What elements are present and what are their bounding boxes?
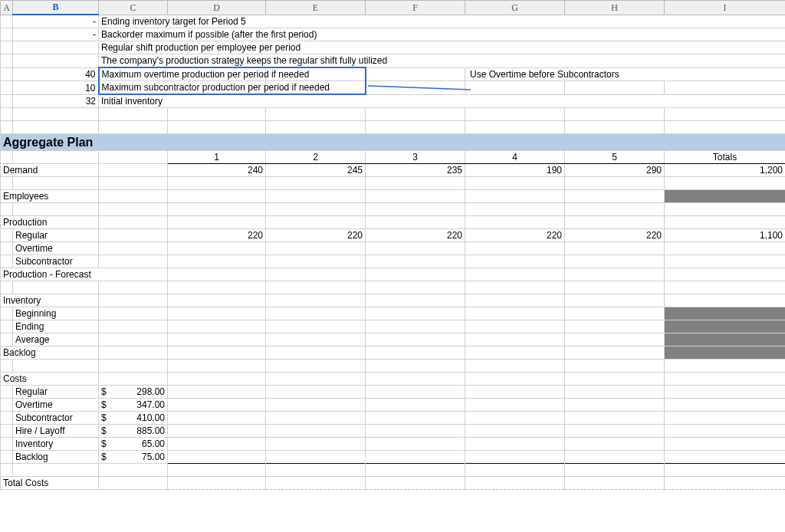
row-assumption-2[interactable]: - Backorder maximum if possible (after t… (1, 28, 786, 41)
row-cost-inventory[interactable]: Inventory $65.00 (1, 438, 786, 451)
cell-C-assumption-1[interactable]: Ending inventory target for Period 5 (99, 15, 786, 28)
label-production-forecast: Production - Forecast (1, 268, 168, 281)
col-header-E[interactable]: E (266, 1, 366, 15)
row-inventory-average[interactable]: Average (1, 333, 786, 346)
col-header-H[interactable]: H (565, 1, 665, 15)
row-cost-backlog[interactable]: Backlog $75.00 (1, 451, 786, 464)
cost-sub-value[interactable]: $410.00 (99, 412, 168, 425)
row-backlog[interactable]: Backlog (1, 346, 786, 360)
col-header-I[interactable]: I (665, 1, 786, 15)
cell-B-assumption-1[interactable]: - (13, 15, 99, 28)
row-assumption-1[interactable]: - Ending inventory target for Period 5 (1, 15, 786, 28)
row-blank[interactable] (1, 203, 786, 216)
cell-C-assumption-2[interactable]: Backorder maximum if possible (after the… (99, 28, 786, 41)
row-production-overtime[interactable]: Overtime (1, 242, 786, 255)
demand-p4[interactable]: 190 (465, 164, 565, 177)
row-cost-overtime[interactable]: Overtime $347.00 (1, 399, 786, 412)
label-cost-hire: Hire / Layoff (13, 425, 99, 438)
row-cost-hire[interactable]: Hire / Layoff $885.00 (1, 425, 786, 438)
label-backlog: Backlog (1, 346, 99, 360)
row-cost-regular[interactable]: Regular $298.00 (1, 386, 786, 399)
label-cost-regular: Regular (13, 386, 99, 399)
cell-B-assumption-7[interactable]: 32 (13, 94, 99, 108)
cell-C-assumption-7[interactable]: Initial inventory (99, 94, 786, 108)
inventory-beginning-shaded (665, 307, 786, 320)
row-blank[interactable] (1, 108, 786, 121)
cost-backlog-value[interactable]: $75.00 (99, 451, 168, 464)
regular-p4[interactable]: 220 (465, 229, 565, 242)
row-inventory-header[interactable]: Inventory (1, 294, 786, 307)
label-demand: Demand (1, 164, 99, 177)
col-header-D[interactable]: D (168, 1, 266, 15)
spreadsheet-grid[interactable]: A B C D E F G H I - Ending inventory tar… (0, 0, 785, 490)
row-production-sub[interactable]: Subcontractor (1, 255, 786, 268)
spreadsheet-viewport[interactable]: A B C D E F G H I - Ending inventory tar… (0, 0, 785, 490)
row-production-forecast[interactable]: Production - Forecast (1, 268, 786, 281)
regular-p3[interactable]: 220 (366, 229, 465, 242)
col-header-A[interactable]: A (1, 1, 13, 15)
label-cost-sub: Subcontractor (13, 412, 99, 425)
col-header-G[interactable]: G (465, 1, 565, 15)
row-production-header[interactable]: Production (1, 216, 786, 229)
cell-B-assumption-2[interactable]: - (13, 28, 99, 41)
regular-p1[interactable]: 220 (168, 229, 266, 242)
period-header-totals: Totals (665, 151, 786, 164)
row-blank[interactable] (1, 121, 786, 134)
cost-regular-value[interactable]: $298.00 (99, 386, 168, 399)
row-inventory-ending[interactable]: Ending (1, 320, 786, 333)
row-section-title[interactable]: Aggregate Plan (1, 134, 786, 151)
label-cost-backlog: Backlog (13, 451, 99, 464)
col-header-B[interactable]: B (13, 1, 99, 15)
label-inventory: Inventory (1, 294, 99, 307)
row-demand[interactable]: Demand 240 245 235 190 290 1,200 (1, 164, 786, 177)
row-inventory-beginning[interactable]: Beginning (1, 307, 786, 320)
demand-p5[interactable]: 290 (565, 164, 665, 177)
row-assumption-7[interactable]: 32 Initial inventory (1, 94, 786, 108)
row-total-costs[interactable]: Total Costs (1, 477, 786, 490)
row-blank[interactable] (1, 464, 786, 477)
label-costs: Costs (1, 373, 99, 386)
demand-p2[interactable]: 245 (266, 164, 366, 177)
row-employees[interactable]: Employees (1, 190, 786, 203)
col-header-F[interactable]: F (366, 1, 465, 15)
period-header-1: 1 (168, 151, 266, 164)
cell-C-assumption-5[interactable]: Maximum overtime production per period i… (99, 67, 266, 81)
row-costs-header[interactable]: Costs (1, 373, 786, 386)
cell-C-assumption-4[interactable]: The company's production strategy keeps … (99, 54, 786, 68)
inventory-average-shaded (665, 333, 786, 346)
column-header-row[interactable]: A B C D E F G H I (1, 1, 786, 15)
cell-C-assumption-3[interactable]: Regular shift production per employee pe… (99, 41, 786, 54)
row-assumption-3[interactable]: Regular shift production per employee pe… (1, 41, 786, 54)
label-inventory-beginning: Beginning (13, 307, 99, 320)
col-header-C[interactable]: C (99, 1, 168, 15)
cost-overtime-value[interactable]: $347.00 (99, 399, 168, 412)
label-production: Production (1, 216, 99, 229)
cost-hire-value[interactable]: $885.00 (99, 425, 168, 438)
cell-C-assumption-6[interactable]: Maximum subcontractor production per per… (99, 81, 266, 95)
row-blank[interactable] (1, 360, 786, 373)
employees-total-shaded (665, 190, 786, 203)
demand-p3[interactable]: 235 (366, 164, 465, 177)
demand-p1[interactable]: 240 (168, 164, 266, 177)
label-inventory-average: Average (13, 333, 99, 346)
row-cost-sub[interactable]: Subcontractor $410.00 (1, 412, 786, 425)
regular-total[interactable]: 1,100 (665, 229, 786, 242)
cell-B-assumption-6[interactable]: 10 (13, 81, 99, 95)
period-header-3: 3 (366, 151, 465, 164)
callout-text: Use Overtime before Subcontractors (465, 67, 786, 81)
period-header-4: 4 (465, 151, 565, 164)
row-assumption-5[interactable]: 40 Maximum overtime production per perio… (1, 67, 786, 81)
cell-B-assumption-5[interactable]: 40 (13, 67, 99, 81)
row-assumption-6[interactable]: 10 Maximum subcontractor production per … (1, 81, 786, 95)
row-assumption-4[interactable]: The company's production strategy keeps … (1, 54, 786, 68)
period-header-5: 5 (565, 151, 665, 164)
regular-p5[interactable]: 220 (565, 229, 665, 242)
row-period-headers[interactable]: 1 2 3 4 5 Totals (1, 151, 786, 164)
demand-total[interactable]: 1,200 (665, 164, 786, 177)
cost-inventory-value[interactable]: $65.00 (99, 438, 168, 451)
row-production-regular[interactable]: Regular 220 220 220 220 220 1,100 (1, 229, 786, 242)
row-blank[interactable] (1, 281, 786, 294)
section-title: Aggregate Plan (1, 134, 786, 151)
row-blank[interactable] (1, 177, 786, 190)
regular-p2[interactable]: 220 (266, 229, 366, 242)
